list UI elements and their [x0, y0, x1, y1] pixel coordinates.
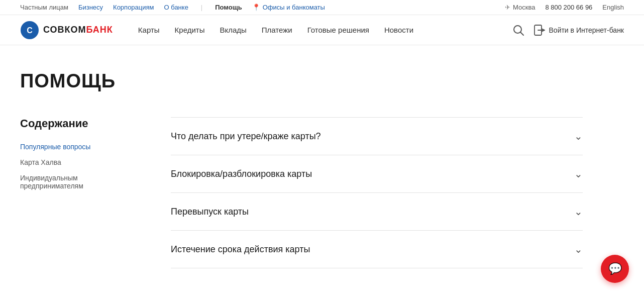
search-button[interactable] — [513, 25, 524, 36]
logo-sovkom: СОВКОМ — [43, 25, 86, 35]
nav-novosti[interactable]: Новости — [384, 26, 413, 34]
topbar-offices[interactable]: 📍 Офисы и банкоматы — [252, 4, 325, 11]
sidebar-title: Содержание — [20, 117, 131, 130]
topbar-city: Москва — [513, 4, 535, 11]
faq-item-2[interactable]: Перевыпуск карты ⌄ — [171, 193, 583, 231]
page-content: ПОМОЩЬ Содержание Популярные вопросы Кар… — [0, 45, 603, 288]
chevron-down-icon-2: ⌄ — [574, 206, 583, 218]
svg-text:С: С — [27, 26, 33, 35]
login-button[interactable]: Войти в Интернет-банк — [534, 25, 624, 36]
faq-item-3[interactable]: Истечение срока действия карты ⌄ — [171, 231, 583, 268]
nav-platezhi[interactable]: Платежи — [262, 26, 292, 34]
svg-point-2 — [514, 26, 521, 33]
faq-question-0: Что делать при утере/краже карты? — [171, 131, 321, 142]
nav-items: Карты Кредиты Вклады Платежи Готовые реш… — [138, 26, 513, 34]
topbar-link-biznesu[interactable]: Бизнесу — [78, 4, 103, 11]
logo-bank: БАНК — [86, 25, 113, 35]
sidebar-links: Популярные вопросы Карта Халва Индивидуа… — [20, 143, 131, 190]
top-bar: Частным лицам Бизнесу Корпорациям О банк… — [0, 0, 644, 15]
top-bar-right: ✈ Москва 8 800 200 66 96 English — [505, 4, 624, 11]
main-nav: С СОВКОМБАНК Карты Кредиты Вклады Платеж… — [0, 15, 644, 45]
topbar-location[interactable]: ✈ Москва — [505, 4, 535, 11]
topbar-divider: | — [201, 4, 202, 11]
chevron-down-icon-3: ⌄ — [574, 243, 583, 255]
login-icon — [534, 25, 545, 36]
faq-question-2: Перевыпуск карты — [171, 207, 249, 217]
logo[interactable]: С СОВКОМБАНК — [20, 21, 113, 40]
chevron-down-icon-1: ⌄ — [574, 168, 583, 180]
top-bar-left: Частным лицам Бизнесу Корпорациям О банк… — [20, 4, 325, 11]
sidebar: Содержание Популярные вопросы Карта Халв… — [20, 117, 131, 268]
location-pin-icon: 📍 — [252, 4, 260, 11]
nav-kredity[interactable]: Кредиты — [175, 26, 205, 34]
faq-section: Что делать при утере/краже карты? ⌄ Блок… — [171, 117, 583, 268]
content-layout: Содержание Популярные вопросы Карта Халв… — [20, 117, 583, 268]
sidebar-link-popular[interactable]: Популярные вопросы — [20, 143, 131, 151]
topbar-link-chastnym[interactable]: Частным лицам — [20, 4, 68, 11]
logo-text: СОВКОМБАНК — [43, 25, 113, 35]
logo-icon: С — [20, 21, 39, 40]
nav-right: Войти в Интернет-банк — [513, 25, 624, 36]
faq-item-1[interactable]: Блокировка/разблокировка карты ⌄ — [171, 155, 583, 193]
chat-button[interactable]: 💬 — [601, 255, 629, 283]
page-title: ПОМОЩЬ — [20, 70, 583, 92]
login-label: Войти в Интернет-банк — [549, 26, 624, 34]
nav-vklady[interactable]: Вклады — [220, 26, 246, 34]
svg-line-3 — [520, 32, 523, 35]
faq-question-1: Блокировка/разблокировка карты — [171, 169, 312, 179]
chevron-down-icon-0: ⌄ — [574, 130, 583, 142]
faq-question-3: Истечение срока действия карты — [171, 244, 310, 255]
topbar-link-korporaciyam[interactable]: Корпорациям — [113, 4, 154, 11]
nav-karty[interactable]: Карты — [138, 26, 160, 34]
topbar-link-offices[interactable]: Офисы и банкоматы — [263, 4, 325, 11]
topbar-link-o-banke[interactable]: О банке — [164, 4, 188, 11]
nav-gotovye[interactable]: Готовые решения — [307, 26, 369, 34]
sidebar-link-halva[interactable]: Карта Халва — [20, 158, 131, 166]
search-icon — [513, 25, 524, 36]
faq-item-0[interactable]: Что делать при утере/краже карты? ⌄ — [171, 117, 583, 155]
topbar-language[interactable]: English — [602, 4, 624, 11]
chat-icon: 💬 — [608, 262, 622, 275]
topbar-phone[interactable]: 8 800 200 66 96 — [545, 4, 592, 11]
geo-icon: ✈ — [505, 4, 510, 11]
topbar-link-pomosh[interactable]: Помощь — [215, 4, 242, 11]
sidebar-link-ip[interactable]: Индивидуальным предпринимателям — [20, 174, 131, 190]
